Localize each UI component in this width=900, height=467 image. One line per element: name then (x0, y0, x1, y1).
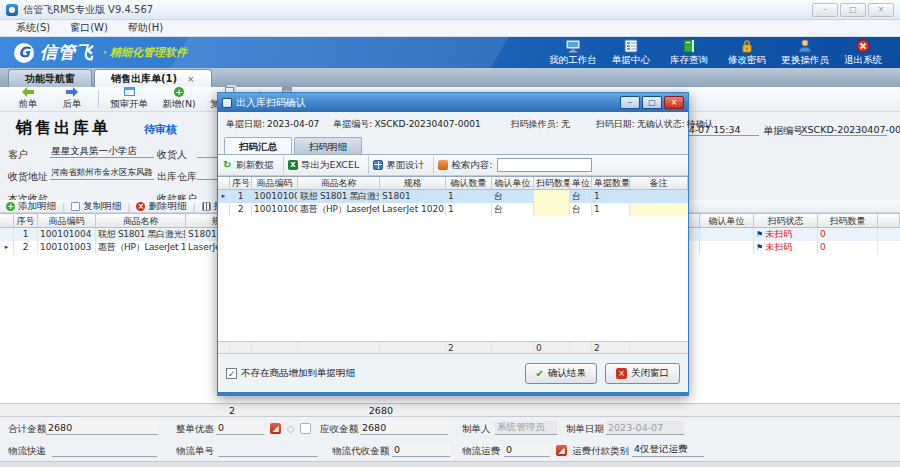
address-field[interactable] (50, 167, 154, 180)
order-center-button[interactable]: 单据中心 (602, 39, 660, 67)
next-order-button[interactable]: 后单 (50, 87, 94, 111)
calc-grid-icon[interactable] (300, 423, 311, 434)
order-no-label: 单据编号 (763, 124, 803, 138)
pre-audit-open-button[interactable]: 预审开单 (103, 87, 155, 111)
col-no: 序号 (14, 214, 38, 227)
remark-cell[interactable] (630, 203, 688, 216)
close-button[interactable]: × (868, 3, 894, 17)
logistics-field[interactable] (52, 443, 157, 457)
tab-scan-summary[interactable]: 扫码汇总 (224, 137, 292, 154)
ui-design-button[interactable]: 界面设计 (373, 159, 424, 172)
tab-sales-outbound[interactable]: 销售出库单(1) × (94, 69, 212, 87)
col-remark: 备注 (630, 177, 688, 189)
separator: | (192, 201, 195, 212)
col-code: 商品编码 (252, 177, 298, 189)
scan-qty-cell[interactable] (534, 190, 570, 203)
grid-summary-band: 2 2680 (0, 403, 900, 417)
delete-detail-button[interactable]: ×删除明细 (136, 200, 186, 213)
dlg-no-value: XSCKD-20230407-0001 (374, 119, 480, 129)
copy-detail-button[interactable]: 复制明细 (71, 200, 121, 213)
current-row-marker: ▸ (218, 190, 230, 203)
discount-edit-icon[interactable]: ◢ (270, 423, 281, 434)
cod-amount-field[interactable] (392, 443, 450, 457)
total-amount-field[interactable] (46, 421, 158, 435)
confirm-result-button[interactable]: ✔确认结果 (525, 363, 597, 384)
dialog-title: 出入库扫码确认 (236, 96, 306, 110)
tab-function-nav[interactable]: 功能导航窗 (8, 69, 92, 87)
dialog-tab-bar: 扫码汇总 扫码明细 (218, 137, 688, 155)
total-amount-label: 合计金额 (8, 423, 46, 436)
window-icon (124, 87, 135, 96)
new-order-button[interactable]: + 新增(N) (155, 87, 203, 111)
export-excel-button[interactable]: X导出为EXCEL (288, 159, 359, 172)
arrow-right-icon (66, 87, 78, 97)
discount-field[interactable] (216, 421, 264, 435)
dialog-restore-button[interactable]: □ (642, 96, 662, 109)
dlg-status-value: 待确认 (687, 119, 714, 129)
search-icon (438, 160, 448, 170)
switch-operator-button[interactable]: 更换操作员 (776, 39, 834, 67)
dialog-close-button[interactable]: × (664, 96, 684, 109)
inventory-query-button[interactable]: 库存查询 (660, 39, 718, 67)
search-input[interactable] (497, 158, 592, 172)
remark-cell[interactable] (630, 190, 688, 203)
brand-banner: G 信管飞 · 精细化管理软件 我的工作台 单据中心 库存查询 修改密码 更换操… (0, 37, 900, 68)
window-titlebar: 信管飞RMS专业版 V9.4.567 – □ × (0, 0, 900, 20)
customer-field[interactable] (50, 145, 154, 158)
order-footer-row2: 物流快递 物流单号 物流代收金额 物流运费 ◢ 运费付款类别 (0, 441, 900, 461)
lock-icon (739, 39, 755, 53)
menu-help[interactable]: 帮助(H) (118, 21, 173, 35)
tab-close-icon[interactable]: × (187, 70, 195, 88)
col-unit: 单位 (570, 177, 592, 189)
order-footer-row1: 合计金额 整单优惠 ◢ ◇ 应收金额 制单人 制单日期 (0, 419, 900, 439)
table-row[interactable]: 2 100101003 惠普（HP）LaserJet LaserJet 1020… (218, 203, 688, 216)
total-confirm-qty: 2 (446, 342, 492, 353)
close-window-button[interactable]: ×关闭窗口 (605, 363, 680, 384)
window-title: 信管飞RMS专业版 V9.4.567 (23, 3, 153, 17)
dlg-date-label: 单据日期: (226, 119, 265, 129)
dlg-status-label: 确认状态: (646, 119, 685, 129)
refresh-data-button[interactable]: ↻刷新数据 (223, 159, 274, 172)
logistics-no-field[interactable] (218, 443, 318, 457)
workbench-button[interactable]: 我的工作台 (544, 39, 602, 67)
brand-name: 信管飞 (40, 41, 94, 64)
col-confirm-qty: 确认数量 (446, 177, 492, 189)
prev-order-button[interactable]: 前单 (6, 87, 50, 111)
monitor-icon (565, 39, 581, 53)
barcode-icon (202, 202, 211, 211)
sum-qty: 2 (222, 405, 242, 416)
make-date-field (606, 421, 684, 435)
design-icon (373, 160, 383, 170)
creator-label: 制单人 (462, 423, 491, 436)
receivable-label: 应收金额 (320, 423, 358, 436)
change-password-button[interactable]: 修改密码 (718, 39, 776, 67)
col-scan-status: 扫码状态 (754, 214, 818, 227)
freight-edit-icon[interactable]: ◢ (556, 445, 567, 456)
col-scan-qty: 扫码数量 (818, 214, 878, 227)
freight-type-field[interactable] (632, 443, 704, 457)
freight-field[interactable] (504, 443, 550, 457)
menu-window[interactable]: 窗口(W) (60, 21, 118, 35)
table-row[interactable]: ▸ 1 100101004 联想 S1801 黑白激光 S1801 1 台 台 … (218, 190, 688, 203)
scan-status-flag: 未扫码 (754, 228, 818, 241)
check-icon: ✔ (536, 368, 544, 379)
dialog-minimize-button[interactable]: – (620, 96, 640, 109)
scan-qty-cell[interactable] (534, 203, 570, 216)
diamond-icon[interactable]: ◇ (285, 423, 296, 434)
exit-system-button[interactable]: 退出系统 (834, 39, 892, 67)
tab-scan-detail[interactable]: 扫码明细 (294, 137, 362, 154)
receivable-field[interactable] (360, 421, 448, 435)
dialog-toolbar: ↻刷新数据 X导出为EXCEL 界面设计 检索内容: (218, 155, 688, 176)
dialog-footer: 不存在商品增加到单据明细 ✔确认结果 ×关闭窗口 (218, 354, 688, 392)
dlg-date-value: 2023-04-07 (267, 119, 319, 129)
grid-header-row: 序号 商品编码 商品名称 规格 确认数量 确认单位 扫码数量 单位 单据数量 备… (218, 177, 688, 190)
scan-status-flag: 未扫码 (754, 241, 818, 254)
menu-system[interactable]: 系统(S) (6, 21, 60, 35)
minimize-button[interactable]: – (812, 3, 838, 17)
checkbox-checked-icon[interactable] (226, 368, 237, 379)
col-name: 商品名称 (298, 177, 380, 189)
audit-status-badge: 待审核 (144, 122, 177, 137)
add-detail-button[interactable]: +添加明细 (6, 200, 56, 213)
restore-button[interactable]: □ (840, 3, 866, 17)
sum-amount: 2680 (350, 405, 393, 416)
